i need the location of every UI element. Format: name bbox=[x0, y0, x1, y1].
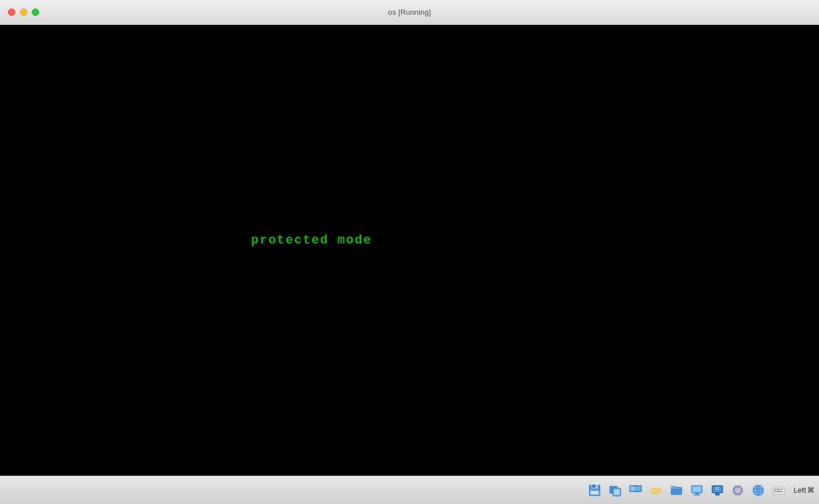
keyboard-shortcut-label: Left ⌘ bbox=[793, 486, 814, 494]
window-title: os [Running] bbox=[388, 8, 431, 16]
svg-rect-35 bbox=[736, 485, 737, 486]
svg-rect-51 bbox=[774, 491, 776, 492]
network-icon[interactable] bbox=[626, 481, 645, 499]
svg-rect-13 bbox=[652, 489, 660, 493]
svg-rect-49 bbox=[779, 489, 780, 490]
network2-icon[interactable] bbox=[749, 481, 767, 499]
chip-icon[interactable] bbox=[729, 481, 747, 499]
vm-screen[interactable]: protected mode bbox=[0, 25, 819, 476]
svg-rect-48 bbox=[776, 489, 778, 490]
usb-icon[interactable] bbox=[647, 481, 665, 499]
svg-rect-52 bbox=[776, 491, 780, 492]
svg-point-26 bbox=[717, 488, 718, 489]
svg-rect-24 bbox=[715, 493, 720, 495]
close-button[interactable] bbox=[8, 9, 15, 16]
svg-rect-30 bbox=[733, 490, 734, 491]
toolbar: Left ⌘ bbox=[0, 476, 819, 504]
svg-rect-20 bbox=[695, 493, 699, 494]
floppy-disk-icon[interactable] bbox=[586, 481, 604, 499]
svg-rect-19 bbox=[692, 486, 701, 492]
svg-rect-34 bbox=[742, 492, 743, 493]
svg-rect-53 bbox=[781, 491, 783, 492]
svg-point-14 bbox=[654, 490, 655, 492]
svg-rect-50 bbox=[781, 489, 783, 490]
window-controls bbox=[8, 9, 39, 16]
keyboard-modifier-text: Left bbox=[793, 486, 806, 494]
svg-rect-2 bbox=[592, 485, 595, 488]
shared-folder-icon[interactable] bbox=[667, 481, 686, 499]
titlebar: os [Running] bbox=[0, 0, 819, 25]
terminal-output: protected mode bbox=[251, 233, 372, 247]
svg-rect-36 bbox=[737, 485, 738, 486]
svg-rect-11 bbox=[635, 486, 641, 491]
keyboard-icon[interactable] bbox=[770, 481, 788, 499]
svg-rect-29 bbox=[733, 488, 734, 489]
snapshot-icon[interactable] bbox=[606, 481, 624, 499]
svg-rect-17 bbox=[671, 486, 676, 489]
svg-rect-33 bbox=[742, 490, 743, 491]
display-icon[interactable] bbox=[688, 481, 706, 499]
svg-rect-31 bbox=[733, 492, 734, 493]
svg-rect-38 bbox=[736, 494, 737, 495]
svg-rect-7 bbox=[614, 489, 620, 495]
svg-rect-4 bbox=[591, 492, 598, 494]
svg-rect-28 bbox=[735, 488, 741, 493]
svg-rect-39 bbox=[737, 494, 738, 495]
svg-rect-21 bbox=[693, 494, 700, 495]
maximize-button[interactable] bbox=[32, 9, 39, 16]
minimize-button[interactable] bbox=[20, 9, 27, 16]
svg-rect-40 bbox=[739, 494, 740, 495]
svg-rect-46 bbox=[773, 487, 784, 494]
remote-display-icon[interactable] bbox=[708, 481, 726, 499]
keyboard-symbol: ⌘ bbox=[807, 486, 814, 494]
svg-rect-47 bbox=[774, 489, 776, 490]
svg-rect-37 bbox=[739, 485, 740, 486]
svg-point-15 bbox=[657, 490, 659, 492]
svg-rect-32 bbox=[742, 488, 743, 489]
